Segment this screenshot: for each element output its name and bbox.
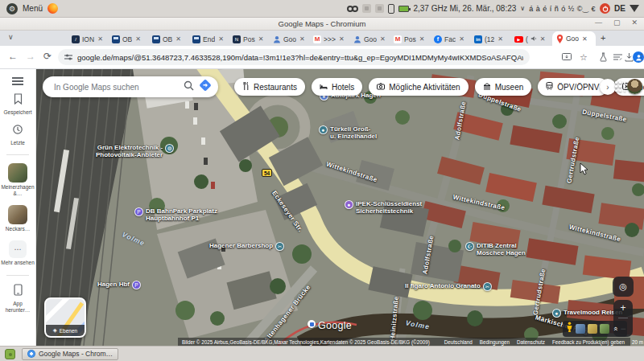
account-avatar[interactable]	[627, 79, 642, 94]
reload-icon[interactable]: ⟳	[43, 51, 52, 62]
terms-link[interactable]: Bedingungen	[480, 339, 510, 345]
layers-button[interactable]: ◈Ebenen	[44, 297, 86, 338]
taskbar-app-icon[interactable]	[5, 349, 15, 359]
tab-close-icon[interactable]: ✕	[582, 35, 588, 43]
minimize-button[interactable]: —	[595, 18, 602, 27]
poi-hagen-hbf[interactable]: Hagen Hbf P	[97, 281, 141, 289]
tab-ob-2[interactable]: OB ✕	[149, 32, 189, 46]
character-palette[interactable]: á à é í ñ ó ½ ©‿ €	[529, 5, 596, 13]
back-icon[interactable]: ←	[8, 51, 18, 62]
taskbar-window-button[interactable]: Google Maps - Chrom…	[22, 348, 118, 360]
chips-scroll-right-button[interactable]: ›	[600, 79, 616, 95]
transit-stop-icon[interactable]	[308, 320, 316, 328]
tab-linkedin[interactable]: in (12 ✕	[471, 32, 511, 46]
tab-close-icon[interactable]: ✕	[135, 35, 141, 43]
tab-youtube[interactable]: ▶ ( ✕	[511, 32, 551, 46]
power-icon[interactable]	[600, 3, 610, 14]
zoom-in-button[interactable]: +	[620, 302, 625, 314]
tab-end[interactable]: End ✕	[189, 32, 229, 46]
url-text[interactable]: google.de/maps/@51.3648723,7.4633528,190…	[77, 53, 523, 62]
tab-post[interactable]: N Pos ✕	[229, 32, 270, 46]
tab-close-icon[interactable]: ✕	[540, 35, 546, 43]
install-app-icon[interactable]	[561, 51, 572, 63]
battery-icon[interactable]	[398, 6, 409, 12]
maps-search-box[interactable]: In Google Maps suchen	[43, 76, 218, 97]
parking-icon: P	[134, 207, 143, 216]
poi-gruen-elektrotechnik[interactable]: Grün Elektrotechnik -Photovoltaik-Anbiet…	[96, 144, 174, 158]
tab-close-icon[interactable]: ✕	[459, 35, 464, 43]
tab-close-icon[interactable]: ✕	[97, 35, 103, 43]
tab-close-icon[interactable]: ✕	[497, 35, 503, 43]
poi-travelmood-reisen[interactable]: ● Travelmood Reisen	[552, 309, 622, 318]
close-button[interactable]: ✕	[631, 18, 638, 27]
system-menu-label[interactable]: Menü	[23, 4, 43, 13]
tab-close-icon[interactable]: ✕	[380, 35, 386, 43]
tab-close-icon[interactable]: ✕	[299, 35, 305, 43]
sidebar-item-recent[interactable]: Letzte	[0, 124, 35, 146]
tab-close-icon[interactable]: ✕	[258, 35, 264, 43]
sidebar-item-trip-neckar[interactable]: Neckars…	[0, 205, 35, 232]
sidebar-item-trip-meinerzhagen[interactable]: Meinerzhagen &…	[0, 163, 35, 197]
sidebar-item-more[interactable]: ⋯ Mehr ansehen	[0, 240, 35, 266]
chip-restaurants[interactable]: Restaurants	[234, 78, 305, 96]
collapse-chevrons-icon[interactable]: «	[612, 326, 620, 330]
tab-google-account-2[interactable]: Goo ✕	[350, 32, 390, 46]
reading-list-icon[interactable]	[612, 51, 623, 63]
hamburger-menu-icon[interactable]	[12, 77, 23, 85]
poi-il-figaro[interactable]: Il figaro Antonio Granato ✂	[405, 282, 492, 291]
phone-tray-icon[interactable]	[388, 4, 394, 14]
tab-close-icon[interactable]: ✕	[419, 35, 425, 43]
chip-activities[interactable]: Mögliche Aktivitäten	[369, 78, 468, 96]
kebab-menu-icon[interactable]: ⋮	[639, 51, 644, 63]
sidebar-item-get-app[interactable]: App herunter…	[0, 284, 35, 314]
chip-transit[interactable]: ÖPV/ÖPNV	[538, 78, 607, 96]
tab-ionos[interactable]: / ION ✕	[68, 32, 109, 46]
privacy-link[interactable]: Datenschutz	[517, 339, 545, 345]
poi-hagener-barbershop[interactable]: Hagener Barbershop ✂	[209, 242, 284, 251]
poi-tuerkeli[interactable]: ● Türkeli Groß-u. Einzelhandel	[319, 125, 377, 140]
google-apps-grid-icon[interactable]	[615, 81, 626, 92]
poi-db-bahnpark[interactable]: P DB BahnPark ParkplatzHauptbahnhof P1	[134, 207, 217, 222]
network-icon[interactable]	[630, 5, 639, 12]
bookmark-star-icon[interactable]: ☆	[578, 51, 589, 63]
system-menu-icon[interactable]: ⚙	[6, 3, 18, 14]
keyboard-layout[interactable]: DE	[614, 4, 625, 13]
tab-facebook[interactable]: f Fac ✕	[431, 32, 471, 46]
tab-close-icon[interactable]: ✕	[218, 35, 224, 43]
sidebar-item-saved[interactable]: Gespeichert	[0, 93, 35, 116]
chip-museums[interactable]: Museen	[475, 78, 532, 96]
new-tab-button[interactable]: +	[601, 33, 605, 43]
tray-icon-1[interactable]	[362, 4, 371, 13]
poi-ipek-schluesseldienst[interactable]: ● IPEK-SchlüsseldienstSicherheitstechnik	[345, 200, 422, 215]
clock-status[interactable]: 2,37 GHz Mi, 26. Mär., 08:23	[413, 4, 516, 13]
flask-icon[interactable]	[597, 51, 609, 63]
directions-icon[interactable]	[199, 79, 212, 95]
tab-google-account-1[interactable]: Goo ✕	[270, 32, 310, 46]
accessibility-icon[interactable]	[347, 6, 358, 12]
imagery-thumbnail[interactable]	[588, 324, 597, 334]
tab-search-icon[interactable]: ∨	[8, 33, 14, 41]
chip-hotels[interactable]: Hotels	[312, 78, 362, 96]
tab-gmail-2[interactable]: M Pos ✕	[390, 32, 431, 46]
poi-ditib-moschee[interactable]: ☪ DITIB ZentralMoschee Hagen	[465, 242, 526, 256]
feedback-link[interactable]: Feedback zu Produkt(en) geben	[552, 339, 625, 345]
site-info-icon[interactable]	[64, 50, 72, 64]
satellite-map[interactable]: Eckeseyer Str. Wittekindstraße Wittekind…	[36, 69, 644, 346]
tab-close-icon[interactable]: ✕	[175, 35, 181, 43]
my-location-button[interactable]: ◎	[613, 277, 634, 297]
pegman-icon[interactable]	[566, 322, 573, 336]
tab-google-maps-active[interactable]: Goo ✕	[552, 31, 596, 46]
forward-icon[interactable]: →	[26, 51, 35, 62]
firefox-icon[interactable]	[47, 3, 58, 14]
tab-gmail-1[interactable]: M >>> ✕	[310, 32, 350, 46]
imagery-thumbnail[interactable]	[600, 324, 609, 334]
maximize-button[interactable]: ▢	[613, 18, 621, 27]
search-icon[interactable]	[184, 80, 194, 94]
search-input[interactable]: In Google Maps suchen	[54, 83, 184, 92]
address-bar[interactable]: google.de/maps/@51.3648723,7.4633528,190…	[58, 49, 530, 65]
tab-ob-1[interactable]: OB ✕	[109, 32, 149, 46]
imagery-thumbnail[interactable]	[576, 324, 585, 334]
chevron-down-icon[interactable]: ∨	[520, 5, 525, 12]
tray-icon-2[interactable]	[375, 4, 384, 13]
tab-close-icon[interactable]: ✕	[339, 35, 345, 43]
